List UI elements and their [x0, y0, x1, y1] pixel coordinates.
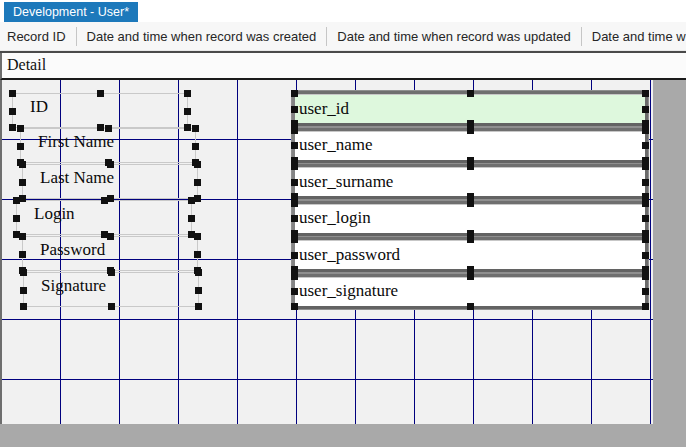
selection-handle[interactable]	[20, 269, 27, 276]
field-user-surname[interactable]: user_surname	[292, 164, 648, 199]
selection-handle[interactable]	[642, 200, 649, 207]
selection-handle[interactable]	[291, 303, 298, 310]
label-first-name[interactable]: First Name	[20, 128, 196, 163]
selection-handle[interactable]	[642, 303, 649, 310]
selection-handle[interactable]	[9, 108, 16, 115]
detail-band-header[interactable]: Detail	[0, 53, 686, 80]
selection-handle[interactable]	[107, 233, 114, 240]
selection-handle[interactable]	[192, 143, 199, 150]
selection-handle[interactable]	[642, 273, 649, 280]
field-user-login[interactable]: user_login	[292, 201, 648, 236]
selection-handle[interactable]	[291, 215, 298, 222]
selection-handle[interactable]	[642, 252, 649, 259]
selection-handle[interactable]	[642, 236, 649, 243]
selection-handle[interactable]	[13, 215, 20, 222]
selection-handle[interactable]	[467, 163, 474, 170]
selection-handle[interactable]	[192, 125, 199, 132]
field-text: user_id	[299, 99, 349, 119]
selection-handle[interactable]	[9, 124, 16, 131]
selection-handle[interactable]	[291, 127, 298, 134]
toolbar-item-clipped[interactable]: Date and time when record w	[582, 29, 686, 44]
field-user-id[interactable]: user_id	[292, 91, 648, 126]
selection-handle[interactable]	[467, 273, 474, 280]
selection-handle[interactable]	[20, 303, 27, 310]
selection-handle[interactable]	[20, 287, 27, 294]
selection-handle[interactable]	[194, 161, 201, 168]
toolbar-item-updated[interactable]: Date and time when record was updated	[327, 29, 580, 44]
selection-handle[interactable]	[642, 179, 649, 186]
selection-handle[interactable]	[642, 142, 649, 149]
selection-handle[interactable]	[642, 288, 649, 295]
design-surface[interactable]: ID First Name Last Name Login Password S…	[0, 80, 653, 424]
selection-handle[interactable]	[19, 251, 26, 258]
selection-handle[interactable]	[642, 215, 649, 222]
selection-handle[interactable]	[194, 195, 201, 202]
toolbar-item-record-id[interactable]: Record ID	[0, 29, 76, 44]
selection-handle[interactable]	[194, 233, 201, 240]
selection-handle[interactable]	[9, 90, 16, 97]
selection-handle[interactable]	[291, 273, 298, 280]
selection-handle[interactable]	[108, 303, 115, 310]
field-user-password[interactable]: user_password	[292, 237, 648, 272]
label-signature[interactable]: Signature	[23, 272, 199, 307]
selection-handle[interactable]	[291, 90, 298, 97]
selection-handle[interactable]	[194, 179, 201, 186]
selection-handle[interactable]	[467, 200, 474, 207]
selection-handle[interactable]	[467, 127, 474, 134]
selection-handle[interactable]	[195, 303, 202, 310]
selection-handle[interactable]	[291, 179, 298, 186]
selection-handle[interactable]	[194, 251, 201, 258]
detail-band-label: Detail	[2, 56, 46, 75]
selection-handle[interactable]	[105, 125, 112, 132]
label-login[interactable]: Login	[16, 200, 192, 235]
toolbar-item-created[interactable]: Date and time when record was created	[77, 29, 327, 44]
selection-handle[interactable]	[107, 161, 114, 168]
selection-handle[interactable]	[195, 287, 202, 294]
selection-handle[interactable]	[291, 252, 298, 259]
selection-handle[interactable]	[291, 106, 298, 113]
label-password[interactable]: Password	[22, 236, 198, 271]
selection-handle[interactable]	[642, 90, 649, 97]
selection-handle[interactable]	[108, 269, 115, 276]
selection-handle[interactable]	[291, 142, 298, 149]
selection-handle[interactable]	[467, 303, 474, 310]
selection-handle[interactable]	[107, 195, 114, 202]
selection-handle[interactable]	[19, 233, 26, 240]
selection-handle[interactable]	[97, 124, 104, 131]
out-of-page-area-right	[653, 80, 686, 424]
selection-handle[interactable]	[188, 215, 195, 222]
field-text: user_login	[299, 208, 371, 228]
selection-handle[interactable]	[17, 143, 24, 150]
selection-handle[interactable]	[291, 236, 298, 243]
selection-handle[interactable]	[19, 195, 26, 202]
selection-handle[interactable]	[291, 163, 298, 170]
selection-handle[interactable]	[19, 161, 26, 168]
tab-development-user[interactable]: Development - User*	[4, 2, 138, 22]
label-text: Login	[34, 204, 75, 223]
selection-handle[interactable]	[17, 125, 24, 132]
tab-label: Development - User*	[13, 5, 129, 19]
out-of-page-area-bottom	[0, 424, 686, 447]
selection-handle[interactable]	[642, 106, 649, 113]
selection-handle[interactable]	[642, 163, 649, 170]
selection-handle[interactable]	[184, 108, 191, 115]
selection-handle[interactable]	[467, 236, 474, 243]
field-text: user_surname	[299, 172, 393, 192]
selection-handle[interactable]	[184, 124, 191, 131]
selection-handle[interactable]	[184, 90, 191, 97]
selection-handle[interactable]	[642, 127, 649, 134]
label-id[interactable]: ID	[12, 93, 188, 128]
selection-handle[interactable]	[97, 90, 104, 97]
selection-handle[interactable]	[13, 197, 20, 204]
field-user-signature[interactable]: user_signature	[292, 274, 648, 309]
selection-handle[interactable]	[195, 269, 202, 276]
field-text: user_password	[299, 245, 400, 265]
selection-handle[interactable]	[101, 197, 108, 204]
selection-handle[interactable]	[291, 288, 298, 295]
field-user-name[interactable]: user_name	[292, 128, 648, 163]
label-last-name[interactable]: Last Name	[22, 164, 198, 199]
selection-handle[interactable]	[19, 179, 26, 186]
selection-handle[interactable]	[291, 200, 298, 207]
selection-handle[interactable]	[188, 197, 195, 204]
selection-handle[interactable]	[467, 90, 474, 97]
